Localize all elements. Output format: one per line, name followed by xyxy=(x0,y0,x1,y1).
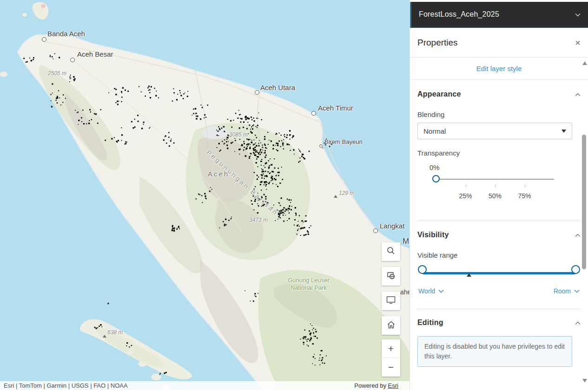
blending-label: Blending xyxy=(417,110,581,118)
screen-button[interactable] xyxy=(382,292,400,310)
blending-select[interactable]: Normal xyxy=(417,123,572,139)
search-button[interactable] xyxy=(382,242,400,261)
blending-value: Normal xyxy=(423,127,446,135)
range-max-handle[interactable] xyxy=(571,265,580,274)
appearance-section: Appearance Blending Normal Transparency … xyxy=(410,90,588,221)
appearance-header[interactable]: Appearance xyxy=(417,90,581,98)
section-divider xyxy=(417,309,581,309)
caret-down-icon xyxy=(562,130,566,133)
search-icon xyxy=(387,247,395,257)
panel-scrollbar[interactable] xyxy=(581,58,588,385)
current-scale-marker xyxy=(467,273,471,277)
editing-disabled-message: Editing is disabled but you have privile… xyxy=(417,336,572,367)
tick-50 xyxy=(495,185,496,187)
min-scale-value: World xyxy=(418,287,435,295)
chevron-up-icon xyxy=(575,231,581,239)
transparency-track[interactable] xyxy=(436,179,554,180)
appearance-title: Appearance xyxy=(417,90,461,98)
edit-layer-style-link[interactable]: Edit layer style xyxy=(476,65,522,72)
transparency-slider: 0% 25% 50% 75% xyxy=(436,163,554,208)
tick-25 xyxy=(466,185,466,187)
basemap-button[interactable] xyxy=(382,267,400,286)
tick-label-25: 25% xyxy=(459,192,472,200)
chevron-down-icon xyxy=(574,289,580,293)
close-icon[interactable]: × xyxy=(575,38,581,47)
edit-layer-style-row: Edit layer style xyxy=(410,58,588,80)
home-icon xyxy=(387,320,396,331)
transparency-handle[interactable] xyxy=(432,175,440,182)
section-divider xyxy=(417,220,581,221)
transparency-label: Transparency xyxy=(417,149,581,157)
screen-icon xyxy=(386,296,396,306)
transparency-value: 0% xyxy=(429,163,440,171)
basemap-icon xyxy=(386,271,396,282)
arcgis-map-viewer: Banda AcehAceh BesarAceh UtaraAceh Timur… xyxy=(0,0,588,390)
map-canvas[interactable]: Banda AcehAceh BesarAceh UtaraAceh Timur… xyxy=(0,0,410,390)
chevron-down-icon xyxy=(575,10,581,19)
visibility-section: Visibility Visible range World Room xyxy=(410,231,588,309)
visible-range-track[interactable] xyxy=(423,272,575,274)
visibility-title: Visibility xyxy=(417,231,449,239)
scroll-down-icon[interactable] xyxy=(582,379,587,383)
tick-75 xyxy=(525,185,525,187)
chevron-down-icon xyxy=(438,289,444,293)
visibility-header[interactable]: Visibility xyxy=(417,231,581,239)
zoom-controls: + − xyxy=(382,339,400,377)
max-scale-dropdown[interactable]: Room xyxy=(554,287,580,295)
chevron-up-icon xyxy=(575,90,581,98)
scrollbar-thumb[interactable] xyxy=(582,135,586,269)
visible-range-slider xyxy=(423,268,575,280)
scroll-up-icon[interactable] xyxy=(582,61,587,65)
properties-header: Properties × xyxy=(410,28,588,58)
min-scale-dropdown[interactable]: World xyxy=(418,287,444,295)
layer-title: ForestLoss_Aceh_2025 xyxy=(419,10,499,19)
max-scale-value: Room xyxy=(554,287,571,295)
visible-range-label: Visible range xyxy=(417,251,581,259)
zoom-in-button[interactable]: + xyxy=(382,339,400,358)
esri-link[interactable]: Esri xyxy=(388,382,398,389)
editing-title: Editing xyxy=(417,318,443,327)
attribution-bar: Esri | TomTom | Garmin | USGS | FAO | NO… xyxy=(0,381,410,390)
scale-row: World Room xyxy=(417,287,581,295)
home-button[interactable] xyxy=(382,316,400,335)
range-min-handle[interactable] xyxy=(418,265,427,274)
attribution-sources: Esri | TomTom | Garmin | USGS | FAO | NO… xyxy=(4,382,128,389)
chevron-up-icon xyxy=(575,318,581,327)
zoom-out-button[interactable]: − xyxy=(382,358,400,377)
map-toolbar: + − xyxy=(382,242,400,377)
tick-label-50: 50% xyxy=(489,192,502,200)
layer-properties-panel: ForestLoss_Aceh_2025 Properties × Edit l… xyxy=(410,0,588,390)
editing-section: Editing Editing is disabled but you have… xyxy=(410,318,588,367)
editing-header[interactable]: Editing xyxy=(417,318,581,327)
powered-by: Powered by Esri xyxy=(354,382,398,389)
basemap-terrain xyxy=(0,0,410,390)
properties-title: Properties xyxy=(417,38,458,48)
tick-label-75: 75% xyxy=(518,192,531,200)
layer-selector[interactable]: ForestLoss_Aceh_2025 xyxy=(410,2,588,28)
